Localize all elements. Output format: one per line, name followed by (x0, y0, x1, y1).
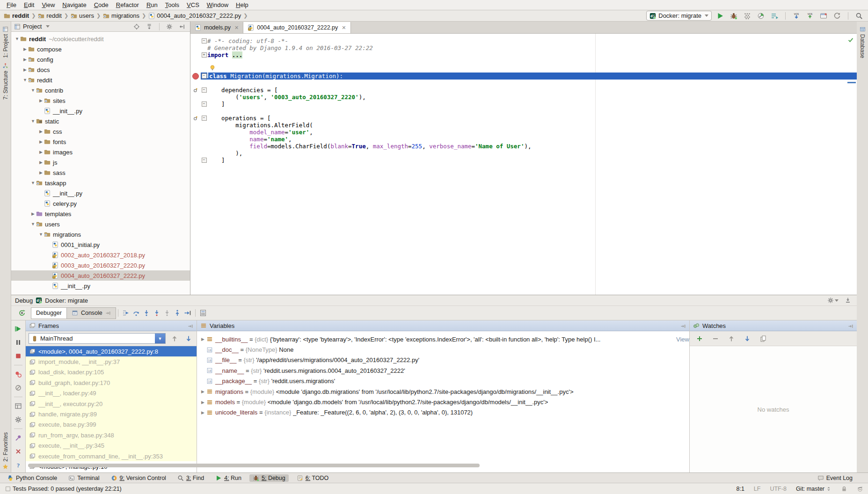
tree-row-css[interactable]: ▶css (11, 126, 190, 137)
restore-layout-button[interactable] (13, 401, 23, 411)
fold-collapse-icon[interactable]: − (202, 116, 207, 121)
chevron-collapsed-icon[interactable]: ▶ (22, 57, 28, 62)
thread-selector[interactable]: MainThread▼ (29, 333, 166, 344)
float-panel-icon[interactable] (188, 322, 193, 329)
fold-cell[interactable] (201, 94, 207, 101)
fold-collapse-icon[interactable]: − (202, 87, 207, 93)
breakpoint-icon[interactable] (192, 73, 199, 80)
frame-row[interactable]: __init__, executor.py:20 (26, 399, 197, 409)
error-stripe-mark[interactable] (847, 82, 856, 83)
tree-row-users[interactable]: ▼users (11, 219, 190, 229)
locate-button[interactable] (131, 22, 142, 31)
tree-row-docs[interactable]: ▶docs (11, 65, 190, 75)
fold-collapse-icon[interactable]: − (202, 38, 207, 44)
pause-button[interactable] (13, 338, 23, 347)
fold-cell[interactable]: − (201, 157, 207, 164)
fold-cell[interactable] (201, 65, 207, 73)
code-line-3[interactable]: +import ... (190, 51, 857, 58)
menu-code[interactable]: Code (90, 0, 112, 9)
chevron-expanded-icon[interactable]: ▼ (30, 222, 36, 226)
fold-cell[interactable]: − (201, 73, 207, 80)
tree-row-images[interactable]: ▶images (11, 147, 190, 157)
thread-dropdown-button[interactable]: ▼ (155, 334, 165, 343)
tree-row-reddit[interactable]: ▼reddit~/cookiecutter/reddit (11, 34, 190, 44)
expand-arrow-icon[interactable]: ▶ (199, 389, 206, 394)
variable-row-name[interactable]: 18__name__ = {str} 'reddit.users.migrati… (197, 365, 689, 376)
fold-cell[interactable] (201, 143, 207, 150)
run-button[interactable] (715, 11, 725, 21)
variable-row-migrations[interactable]: ▶migrations = {module} <module 'django.d… (197, 386, 689, 397)
fold-cell[interactable]: − (201, 101, 207, 108)
gear-button[interactable] (828, 296, 838, 305)
toolwindow-button-4-run[interactable]: 4: Run (212, 474, 245, 482)
menu-window[interactable]: Window (203, 0, 232, 9)
code-line-11[interactable] (190, 108, 857, 115)
menu-vcs[interactable]: VCS (183, 0, 203, 9)
float-panel-icon[interactable] (680, 322, 686, 329)
code-line-9[interactable]: ('users', '0003_auto_20160327_2220'), (190, 94, 857, 101)
menu-edit[interactable]: Edit (20, 0, 38, 9)
close-tab-icon[interactable]: ✕ (342, 25, 346, 31)
collapse-all-button[interactable] (144, 22, 154, 31)
status-widget-lock[interactable] (841, 486, 847, 492)
horizontal-scrollbar[interactable] (28, 464, 480, 467)
close-tab-icon[interactable]: ✕ (234, 25, 239, 31)
frame-row[interactable]: handle, migrate.py:89 (26, 409, 197, 419)
fold-cell[interactable] (201, 80, 207, 87)
frame-row[interactable]: import_module, __init__.py:37 (26, 356, 197, 367)
chevron-collapsed-icon[interactable]: ▶ (38, 170, 44, 175)
run-anything-button[interactable] (769, 11, 780, 21)
fold-cell[interactable]: + (201, 51, 207, 58)
code-line-18[interactable]: − ] (190, 157, 857, 164)
chevron-collapsed-icon[interactable]: ▶ (38, 160, 44, 165)
watch-copy-button[interactable] (758, 334, 768, 343)
variable-row-doc[interactable]: 18__doc__ = {NoneType} None (197, 344, 689, 355)
toolwindow-button-2-favorites[interactable]: 2: Favorites (2, 432, 9, 470)
watch-remove-button[interactable] (710, 334, 721, 343)
frame-row[interactable]: load_disk, loader.py:105 (26, 367, 197, 378)
tree-row-init-py[interactable]: __init__.py (11, 188, 190, 198)
intention-bulb-icon[interactable] (209, 64, 216, 71)
tree-row-static[interactable]: ▼static (11, 116, 190, 126)
variable-row-unicode-literals[interactable]: ▶unicode_literals = {instance} _Feature:… (197, 407, 689, 418)
hide-button[interactable] (177, 22, 187, 31)
chevron-collapsed-icon[interactable]: ▶ (38, 129, 44, 134)
toolwindow-button-python-console[interactable]: Python Console (4, 474, 60, 482)
menu-view[interactable]: View (38, 0, 58, 9)
breadcrumb-0004-auto-20160327-2222-py[interactable]: 0004_auto_20160327_2222.py (148, 12, 241, 19)
tree-row-init-py[interactable]: __init__.py (11, 106, 190, 116)
expand-arrow-icon[interactable]: ▶ (199, 337, 206, 341)
coverage-button[interactable] (742, 11, 752, 21)
menu-navigate[interactable]: Navigate (58, 0, 90, 9)
fold-collapse-icon[interactable]: − (202, 73, 207, 79)
chevron-collapsed-icon[interactable]: ▶ (38, 139, 44, 144)
mute-breakpoints-button[interactable] (13, 383, 23, 392)
frame-row[interactable]: execute, __init__.py:345 (26, 441, 197, 451)
menu-run[interactable]: Run (143, 0, 161, 9)
minimize-button[interactable] (843, 296, 853, 305)
chevron-collapsed-icon[interactable]: ▶ (22, 47, 28, 51)
tree-row-init-py[interactable]: __init__.py (11, 281, 190, 291)
code-line-15[interactable]: name='name', (190, 136, 857, 143)
help-button[interactable]: ? (13, 460, 23, 470)
smart-step-into-button[interactable] (162, 308, 172, 318)
fold-cell[interactable] (201, 108, 207, 115)
toolwindow-button-terminal[interactable]: Terminal (65, 474, 102, 482)
fold-collapse-icon[interactable]: − (202, 158, 207, 163)
run-to-cursor-button[interactable] (182, 308, 193, 318)
variable-row-file[interactable]: 18__file__ = {str} '/app/reddit/users/mi… (197, 355, 689, 365)
code-line-10[interactable]: − ] (190, 101, 857, 108)
fold-cell[interactable] (201, 136, 207, 143)
toolwindow-button-9-version-control[interactable]: 9: Version Control (108, 474, 169, 482)
code-line-14[interactable]: model_name='user', (190, 129, 857, 136)
tree-row-celery-py[interactable]: celery.py (11, 198, 190, 209)
toolwindow-button-event-log[interactable]: Event Log (814, 474, 856, 482)
frame-row[interactable]: run_from_argv, base.py:348 (26, 430, 197, 440)
force-step-into-button[interactable] (152, 308, 162, 318)
watch-add-button[interactable] (694, 334, 705, 343)
frame-row[interactable]: execute_from_command_line, __init__.py:3… (26, 451, 197, 461)
tree-row-sites[interactable]: ▶sites (11, 95, 190, 106)
code-line-13[interactable]: migrations.AlterField( (190, 122, 857, 129)
tree-row-compose[interactable]: ▶compose (11, 44, 190, 54)
tree-row-migrations[interactable]: ▼migrations (11, 229, 190, 240)
